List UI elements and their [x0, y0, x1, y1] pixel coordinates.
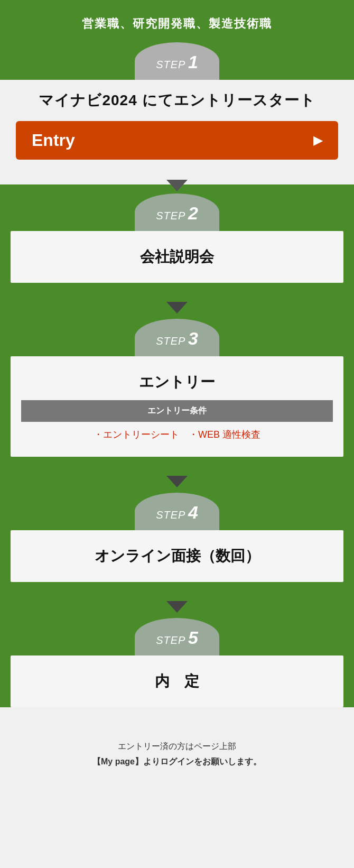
footer-section: エントリー済の方はページ上部 【My page】よりログインをお願いします。: [0, 723, 354, 780]
step2-label: STEP: [156, 210, 185, 221]
page-wrapper: 営業職、研究開発職、製造技術職 STEP 1 マイナビ2024 にてエントリース…: [0, 0, 354, 780]
entry-requirements: ・エントリーシート ・WEB 適性検査: [21, 428, 333, 441]
step3-content-box: エントリー エントリー条件 ・エントリーシート ・WEB 適性検査: [11, 356, 343, 457]
step5-content-box: 内 定: [11, 655, 343, 707]
entry-button[interactable]: Entry ▶: [16, 121, 338, 160]
step1-badge: STEP 1: [135, 42, 219, 80]
step2-arrow: [11, 299, 343, 316]
step3-arrow: [11, 473, 343, 490]
down-arrow-icon: [166, 180, 188, 191]
down-arrow-icon: [166, 601, 188, 613]
step2-title: 会社説明会: [21, 247, 333, 267]
step3-badge: STEP 3: [135, 319, 219, 356]
step1-header: 営業職、研究開発職、製造技術職 STEP 1: [0, 0, 354, 80]
job-types-text: 営業職、研究開発職、製造技術職: [11, 11, 343, 42]
step5-title: 内 定: [21, 671, 333, 691]
step5-number: 5: [188, 627, 198, 648]
footer-text: エントリー済の方はページ上部 【My page】よりログインをお願いします。: [11, 739, 343, 770]
step3-number: 3: [188, 328, 198, 348]
step4-title: オンライン面接（数回）: [21, 546, 333, 566]
step2-section: STEP 2 会社説明会 STEP 3 エントリー エントリー条件 ・エントリー…: [0, 193, 354, 707]
step4-badge: STEP 4: [135, 493, 219, 530]
down-arrow-icon: [166, 302, 188, 313]
down-arrow-icon: [166, 476, 188, 487]
footer-line1: エントリー済の方はページ上部: [11, 739, 343, 754]
step1-title: マイナビ2024 にてエントリースタート: [11, 90, 343, 110]
step2-content-box: 会社説明会: [11, 231, 343, 283]
step2-badge: STEP 2: [135, 193, 219, 231]
step4-number: 4: [188, 502, 198, 522]
step3-label: STEP: [156, 335, 185, 347]
entry-button-label: Entry: [32, 131, 75, 150]
entry-condition-bar: エントリー条件: [21, 400, 333, 422]
footer-line2: 【My page】よりログインをお願いします。: [11, 754, 343, 770]
step5-label: STEP: [156, 634, 185, 646]
step4-content-box: オンライン面接（数回）: [11, 530, 343, 582]
step3-title: エントリー: [21, 372, 333, 392]
step1-label: STEP: [156, 59, 185, 70]
step5-badge: STEP 5: [135, 618, 219, 655]
entry-button-arrow: ▶: [313, 134, 322, 147]
step1-to-step2-connector: [0, 176, 354, 193]
step4-arrow: [11, 598, 343, 615]
step1-content: マイナビ2024 にてエントリースタート Entry ▶: [0, 80, 354, 176]
step4-label: STEP: [156, 509, 185, 521]
step1-number: 1: [188, 52, 198, 72]
step2-number: 2: [188, 203, 198, 223]
